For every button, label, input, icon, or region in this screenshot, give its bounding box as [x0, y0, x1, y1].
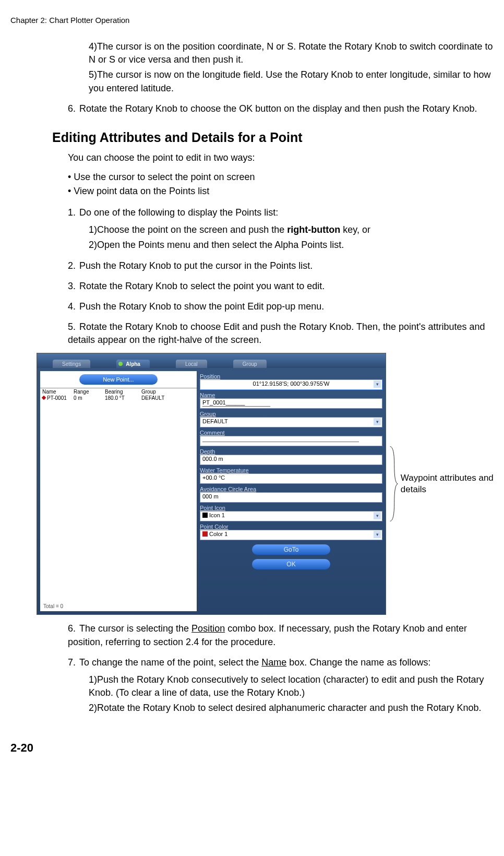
step-1-sub-2: 2)Open the Points menu and then select t… [89, 239, 499, 252]
tab-alpha[interactable]: Alpha [116, 360, 150, 368]
avoidance-label: Avoidance Circle Area [200, 486, 382, 492]
chevron-down-icon: ▾ [374, 512, 381, 519]
tab-active-indicator [118, 362, 123, 366]
step-7-pre: To change the name of the point, select … [79, 657, 261, 668]
depth-label: Depth [200, 448, 382, 455]
pointicon-combo[interactable]: Icon 1▾ [200, 511, 382, 521]
step-6-top: 6.Rotate the Rotary Knob to choose the O… [68, 102, 499, 115]
name-field[interactable]: PT_0001______ [200, 398, 382, 409]
step-1-sub-1-post: key, or [340, 224, 370, 235]
row-group: DEFAULT [141, 395, 183, 401]
step-5: 5.Rotate the Rotary Knob to choose Edit … [68, 320, 499, 347]
intro-substep-4: 4)The cursor is on the position coordina… [89, 40, 499, 66]
watertemp-label: Water Temperature [200, 467, 382, 473]
icon-swatch [202, 513, 208, 518]
name-label: Name [200, 392, 382, 398]
col-name: Name [42, 388, 74, 395]
step-1: 1.Do one of the following to display the… [68, 206, 499, 252]
col-range: Range [74, 388, 105, 395]
goto-button[interactable]: GoTo [252, 544, 330, 555]
row-bearing: 180.0 °T [105, 395, 141, 401]
step-3-text: Rotate the Rotary Knob to select the poi… [79, 281, 325, 291]
col-group: Group [141, 388, 183, 395]
step-7-sub-2: 2)Rotate the Rotary Knob to select desir… [89, 702, 499, 715]
intro-substep-5-text: The cursor is now on the longitude field… [89, 69, 490, 93]
new-point-button[interactable]: New Point... [79, 374, 158, 385]
step-3: 3.Rotate the Rotary Knob to select the p… [68, 280, 499, 293]
color-swatch [202, 531, 208, 537]
step-6-top-text: Rotate the Rotary Knob to choose the OK … [79, 103, 477, 114]
step-7-sub-1-text: Push the Rotary Knob consecutively to se… [89, 674, 484, 698]
point-marker-icon [42, 396, 46, 400]
position-combo[interactable]: 01°12.9158'S; 000°30.9755'W▾ [200, 379, 382, 390]
step-7-underline: Name [261, 657, 286, 668]
step-2: 2.Push the Rotary Knob to put the cursor… [68, 259, 499, 272]
total-label: Total = 0 [43, 603, 63, 609]
screenshot-figure: Settings Alpha Local Group New Point... … [37, 353, 386, 615]
annotation-bracket: Waypoint attributes and details [389, 437, 499, 531]
avoidance-field[interactable]: 000 m [200, 492, 382, 503]
step-1-sub-1-bold: right-button [287, 224, 340, 235]
pointcolor-label: Point Color [200, 524, 382, 530]
step-1-text: Do one of the following to display the P… [79, 207, 278, 218]
col-bearing: Bearing [105, 388, 141, 395]
tab-bar: Settings Alpha Local Group [37, 353, 386, 368]
pointicon-label: Point Icon [200, 505, 382, 511]
intro-substep-5: 5)The cursor is now on the longitude fie… [89, 68, 499, 94]
step-1-sub-2-text: Open the Points menu and then select the… [97, 240, 344, 250]
intro-paragraph: You can choose the point to edit in two … [68, 152, 499, 163]
page-header: Chapter 2: Chart Plotter Operation [10, 16, 499, 25]
step-6-pre: The cursor is selecting the [79, 623, 191, 634]
step-1-sub-1: 1)Choose the point on the screen and pus… [89, 223, 499, 236]
watertemp-field[interactable]: +00.0 °C [200, 473, 382, 484]
tab-settings[interactable]: Settings [53, 360, 90, 368]
intro-substep-4-text: The cursor is on the position coordinate… [89, 41, 493, 65]
position-label: Position [200, 373, 382, 379]
row-name: PT-0001 [47, 395, 67, 401]
details-panel: Position 01°12.9158'S; 000°30.9755'W▾ Na… [200, 371, 382, 611]
step-7: 7.To change the name of the point, selec… [68, 656, 499, 715]
tab-group[interactable]: Group [233, 360, 267, 368]
comment-label: Comment [200, 430, 382, 436]
brace-icon [389, 437, 399, 531]
tab-local[interactable]: Local [176, 360, 207, 368]
step-4: 4.Push the Rotary Knob to show the point… [68, 300, 499, 313]
depth-field[interactable]: 000.0 m [200, 455, 382, 465]
step-7-sub-2-text: Rotate the Rotary Knob to select desired… [97, 703, 481, 713]
comment-field[interactable] [200, 436, 382, 446]
group-label: Group [200, 411, 382, 417]
chevron-down-icon: ▾ [374, 381, 381, 388]
bullet-1: Use the cursor to select the point on sc… [68, 172, 499, 183]
step-4-text: Push the Rotary Knob to show the point E… [79, 301, 324, 312]
ok-button[interactable]: OK [252, 559, 330, 569]
step-5-text: Rotate the Rotary Knob to choose Edit an… [68, 322, 485, 345]
row-range: 0 m [74, 395, 105, 401]
step-2-text: Push the Rotary Knob to put the cursor i… [79, 260, 313, 271]
page-number: 2-20 [10, 741, 499, 755]
table-row[interactable]: PT-0001 0 m 180.0 °T DEFAULT [40, 395, 197, 401]
column-headers: Name Range Bearing Group [40, 388, 197, 395]
chevron-down-icon: ▾ [374, 418, 381, 425]
bullet-2: View point data on the Points list [68, 186, 499, 197]
group-combo[interactable]: DEFAULT▾ [200, 417, 382, 427]
chevron-down-icon: ▾ [374, 531, 381, 538]
step-7-sub-1: 1)Push the Rotary Knob consecutively to … [89, 673, 499, 699]
step-6: 6.The cursor is selecting the Position c… [68, 622, 499, 648]
step-6-underline: Position [191, 623, 225, 634]
pointcolor-combo[interactable]: Color 1▾ [200, 530, 382, 540]
points-list-panel: New Point... Name Range Bearing Group PT… [40, 371, 197, 611]
annotation-text: Waypoint attributes and details [401, 472, 499, 495]
step-1-sub-1-pre: Choose the point on the screen and push … [97, 224, 287, 235]
step-7-post: box. Change the name as follows: [286, 657, 430, 668]
section-heading: Editing Attributes and Details for a Poi… [52, 130, 499, 145]
